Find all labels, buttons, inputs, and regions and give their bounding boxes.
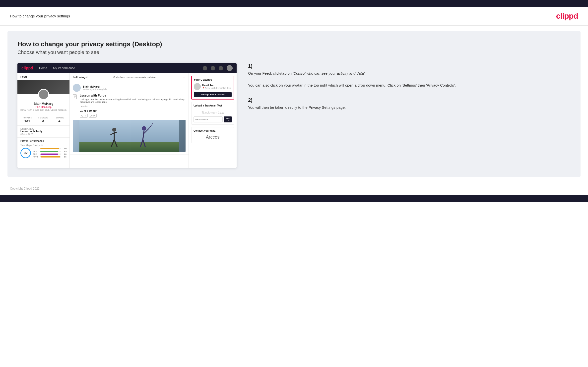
mock-post-title: Lesson with Fordy — [80, 94, 186, 97]
mock-latest: Latest Activity Lesson with Fordy 03 Aug… — [17, 126, 69, 137]
golf-image-svg — [73, 120, 186, 152]
accent-line — [10, 26, 578, 26]
trackman-title: Upload a Trackman Test — [194, 104, 232, 107]
following-button[interactable]: Following ▾ — [73, 76, 88, 79]
mock-post-avatar — [73, 84, 81, 92]
stat-followers-label: Followers — [38, 116, 48, 119]
mock-post-image — [73, 120, 186, 152]
bar-app: APP 85 — [33, 150, 66, 153]
svg-point-11 — [142, 126, 146, 131]
logo: clippd — [556, 11, 578, 21]
mock-nav-performance: My Performance — [53, 66, 75, 70]
inner-layout: clippd Home My Performance Feed — [17, 63, 571, 168]
tag-app: APP — [89, 114, 97, 118]
connect-title: Connect your data — [194, 129, 232, 132]
mock-post-author-info: Blair McHarg Yesterday · Sunningdale — [83, 85, 107, 91]
mock-post-meta: Yesterday · Sunningdale — [83, 88, 107, 91]
tag-ott: OTT — [80, 114, 88, 118]
mock-profile-info: Blair McHarg Plus Handicap Royal North D… — [17, 102, 69, 114]
instruction-2-num: 2) — [248, 97, 571, 103]
latest-date: 03 Aug 2022 — [20, 133, 66, 135]
trackman-input[interactable] — [194, 116, 223, 122]
stat-followers-value: 3 — [38, 119, 48, 123]
trackman-placeholder: Trackman Link — [194, 108, 232, 116]
bar-putt: PUTT 96 — [33, 156, 66, 158]
mock-profile-avatar — [38, 89, 49, 100]
quality-label: Total Player Quality ⓘ — [20, 144, 66, 147]
arccos-logo: Arccos — [194, 134, 232, 141]
mock-profile-name: Blair McHarg — [20, 102, 67, 105]
mock-profile-banner — [17, 80, 69, 94]
player-perf-title: Player Performance — [20, 140, 66, 142]
mock-app: clippd Home My Performance Feed — [17, 63, 237, 168]
instructions-panel: 1) On your Feed, click/tap on 'Control w… — [246, 63, 571, 119]
mock-nav-avatar — [227, 65, 233, 71]
control-link-arrow: ← — [182, 75, 186, 79]
footer: Copyright Clippd 2022 — [0, 182, 588, 195]
mock-post-duration-value: 01 hr : 30 min — [80, 109, 186, 112]
mock-center: Following ▾ Control who can see your act… — [70, 73, 189, 168]
mock-feed-tab: Feed — [17, 73, 69, 80]
instruction-2: 2) You will then be taken directly to th… — [248, 97, 571, 110]
copyright: Copyright Clippd 2022 — [10, 187, 40, 190]
svg-rect-0 — [73, 95, 76, 99]
mock-stat-followers: Followers 3 — [38, 116, 48, 123]
mock-post-body-row: Lesson with Fordy Looking to feel like m… — [73, 94, 186, 120]
trackman-input-row: Add Link — [194, 116, 232, 122]
mock-trackman-box: Upload a Trackman Test Trackman Link Add… — [191, 102, 234, 125]
breadcrumb: How to change your privacy settings — [10, 14, 70, 18]
coach-name: David Ford — [202, 84, 231, 87]
mock-nav: clippd Home My Performance — [17, 63, 237, 73]
mock-right: Your Coaches David Ford 📍 Royal North De… — [189, 73, 237, 168]
mock-nav-user-icon — [211, 66, 215, 70]
circle-score: 92 — [20, 148, 31, 158]
mock-profile-handicap: Plus Handicap — [20, 106, 67, 108]
latest-label: Latest Activity — [20, 128, 66, 130]
mock-post-header: Blair McHarg Yesterday · Sunningdale — [73, 84, 186, 92]
mock-profile-avatar-wrap — [38, 89, 49, 100]
mock-stat-activities: Activities 131 — [23, 116, 32, 123]
mock-nav-home: Home — [39, 66, 47, 70]
instruction-1-text: On your Feed, click/tap on 'Control who … — [248, 70, 571, 88]
mock-connect-box: Connect your data Arccos — [191, 127, 234, 143]
lesson-icon — [73, 94, 77, 99]
mock-player-perf: Player Performance Total Player Quality … — [17, 137, 69, 160]
mock-post-tags: OTT APP — [80, 114, 186, 118]
mock-post-content: Lesson with Fordy Looking to feel like m… — [80, 94, 186, 120]
main-content: How to change your privacy settings (Des… — [7, 31, 581, 177]
stat-following-label: Following — [55, 116, 64, 119]
instruction-2-text: You will then be taken directly to the P… — [248, 105, 571, 110]
mock-following-bar: Following ▾ Control who can see your act… — [70, 73, 189, 81]
mock-nav-globe-icon — [219, 66, 223, 70]
mock-sidebar: Feed Blair McHarg Plus Handicap Royal No… — [17, 73, 70, 168]
mock-body: Feed Blair McHarg Plus Handicap Royal No… — [17, 73, 237, 168]
add-link-button[interactable]: Add Link — [224, 116, 232, 122]
bar-ott: OTT 90 — [33, 148, 66, 150]
info-icon: ⓘ — [41, 144, 43, 147]
lesson-icon-wrap — [73, 94, 78, 120]
svg-rect-5 — [79, 142, 179, 152]
instruction-1-highlight: 'Control who can see your activity and d… — [293, 71, 364, 75]
svg-point-6 — [112, 128, 116, 132]
mock-post-duration: Duration — [80, 105, 186, 108]
coaches-title: Your Coaches — [194, 78, 232, 81]
mock-nav-logo: clippd — [21, 66, 33, 70]
top-bar — [0, 0, 588, 7]
mock-nav-right — [203, 65, 233, 71]
mock-stats: Activities 131 Followers 3 Following 4 — [17, 114, 69, 126]
manage-coaches-button[interactable]: Manage Your Coaches — [194, 92, 232, 97]
page-subheading: Choose what you want people to see — [17, 50, 571, 55]
latest-activity: Lesson with Fordy — [20, 130, 66, 133]
quality-body: 92 OTT 90 APP — [20, 148, 66, 158]
mock-coach-row: David Ford 📍 Royal North Devon Golf Club — [194, 83, 232, 90]
coach-info: David Ford 📍 Royal North Devon Golf Club — [202, 84, 231, 89]
page-heading: How to change your privacy settings (Des… — [17, 40, 571, 48]
coach-club: 📍 Royal North Devon Golf Club — [202, 87, 231, 89]
mock-coaches-box: Your Coaches David Ford 📍 Royal North De… — [191, 76, 234, 100]
coach-avatar — [194, 83, 201, 90]
bar-arg: ARG 86 — [33, 153, 66, 155]
stat-activities-value: 131 — [23, 119, 32, 123]
mock-post-name: Blair McHarg — [83, 85, 107, 88]
control-link[interactable]: Control who can see your activity and da… — [113, 76, 156, 78]
instruction-1: 1) On your Feed, click/tap on 'Control w… — [248, 63, 571, 88]
